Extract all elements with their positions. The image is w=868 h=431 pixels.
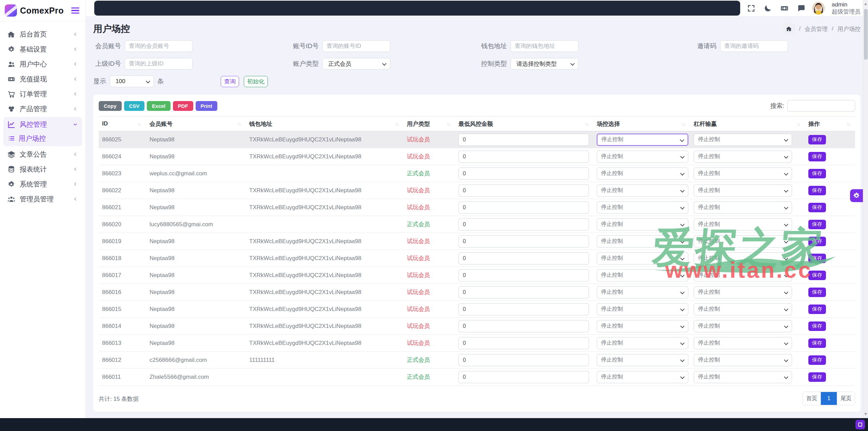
save-button[interactable]: 保存 (808, 135, 826, 144)
column-header-0[interactable]: ID↑↓ (99, 120, 146, 127)
sidebar-item-8[interactable]: 报表统计 (3, 162, 82, 177)
min-risk-amount-input[interactable] (458, 354, 589, 366)
sidebar-item-9[interactable]: 系统管理 (3, 177, 82, 192)
control-select[interactable]: 停止控制 (597, 354, 688, 366)
save-button[interactable]: 保存 (808, 186, 826, 195)
control-select[interactable]: 停止控制 (597, 134, 688, 146)
fullscreen-icon[interactable] (747, 4, 755, 13)
dark-mode-moon-icon[interactable] (764, 4, 772, 13)
hamburger-menu-icon[interactable] (71, 7, 79, 14)
search-input[interactable] (787, 100, 855, 112)
breadcrumb-item-member-mgmt[interactable]: 会员管理 (805, 25, 828, 33)
chat-icon[interactable] (797, 4, 805, 13)
reset-button[interactable]: 初始化 (244, 76, 268, 87)
save-button[interactable]: 保存 (808, 203, 826, 212)
display-count-select[interactable]: 100 (110, 76, 154, 87)
control-select[interactable]: 停止控制 (597, 252, 688, 265)
leverage-select[interactable]: 停止控制 (694, 371, 792, 383)
sort-icon[interactable]: ↑↓ (447, 121, 450, 126)
brand-logo[interactable]: ComexPro (5, 4, 64, 17)
settings-gear-button[interactable] (850, 189, 863, 202)
leverage-select[interactable]: 停止控制 (694, 151, 792, 163)
control-select[interactable]: 停止控制 (597, 337, 688, 349)
save-button[interactable]: 保存 (808, 220, 826, 229)
control-select[interactable]: 停止控制 (597, 151, 688, 163)
account-type-select[interactable]: 正式会员 (322, 58, 390, 70)
sidebar-subitem-0[interactable]: 用户场控 (3, 132, 82, 146)
control-select[interactable]: 停止控制 (597, 286, 688, 298)
leverage-select[interactable]: 停止控制 (694, 303, 792, 315)
export-csv-button[interactable]: CSV (124, 101, 145, 111)
control-select[interactable]: 停止控制 (597, 218, 688, 231)
column-header-7[interactable]: 操作↑↓ (805, 120, 855, 128)
min-risk-amount-input[interactable] (458, 235, 589, 248)
page-button-2[interactable]: 尾页 (837, 392, 855, 405)
leverage-select[interactable]: 停止控制 (694, 354, 792, 366)
min-risk-amount-input[interactable] (458, 303, 589, 315)
scrollbar-up-arrow[interactable] (864, 3, 867, 5)
column-header-3[interactable]: 用户类型↑↓ (403, 120, 455, 128)
min-risk-amount-input[interactable] (458, 371, 589, 383)
min-risk-amount-input[interactable] (458, 168, 589, 180)
sort-icon[interactable]: ↑↓ (237, 121, 240, 126)
save-button[interactable]: 保存 (808, 338, 826, 348)
column-header-6[interactable]: 杠杆输赢↑↓ (690, 120, 805, 128)
leverage-select[interactable]: 停止控制 (694, 184, 792, 197)
sort-icon[interactable]: ↑↓ (682, 121, 685, 126)
column-header-2[interactable]: 钱包地址↑↓ (246, 120, 403, 128)
admin-info[interactable]: admin 超级管理员 (832, 1, 861, 16)
sidebar-item-6[interactable]: 风控管理 (3, 117, 82, 132)
save-button[interactable]: 保存 (808, 271, 826, 280)
min-risk-amount-input[interactable] (458, 151, 589, 163)
sidebar-item-1[interactable]: 基础设置 (3, 42, 82, 57)
leverage-select[interactable]: 停止控制 (694, 320, 792, 332)
save-button[interactable]: 保存 (808, 237, 826, 246)
scrollbar-thumb[interactable] (864, 9, 868, 60)
save-button[interactable]: 保存 (808, 152, 826, 161)
wallet-address-input[interactable] (511, 40, 578, 52)
leverage-select[interactable]: 停止控制 (694, 252, 792, 265)
min-risk-amount-input[interactable] (458, 286, 589, 298)
save-button[interactable]: 保存 (808, 372, 826, 382)
min-risk-amount-input[interactable] (458, 337, 589, 349)
member-account-input[interactable] (125, 40, 193, 52)
control-select[interactable]: 停止控制 (597, 201, 688, 214)
export-pdf-button[interactable]: PDF (173, 101, 193, 111)
control-select[interactable]: 停止控制 (597, 269, 688, 281)
sort-icon[interactable]: ↑↓ (796, 121, 800, 126)
control-select[interactable]: 停止控制 (597, 320, 688, 332)
control-select[interactable]: 停止控制 (597, 235, 688, 248)
account-id-input[interactable] (322, 40, 390, 52)
column-header-1[interactable]: 会员账号↑↓ (146, 120, 246, 128)
sort-icon[interactable]: ↑↓ (847, 121, 850, 126)
leverage-select[interactable]: 停止控制 (694, 337, 792, 349)
control-select[interactable]: 停止控制 (597, 371, 688, 383)
min-risk-amount-input[interactable] (458, 134, 589, 146)
min-risk-amount-input[interactable] (458, 252, 589, 265)
min-risk-amount-input[interactable] (458, 320, 589, 332)
min-risk-amount-input[interactable] (458, 184, 589, 197)
save-button[interactable]: 保存 (808, 288, 826, 297)
leverage-select[interactable]: 停止控制 (694, 269, 792, 281)
control-select[interactable]: 停止控制 (597, 184, 688, 197)
control-select[interactable]: 停止控制 (597, 168, 688, 180)
sidebar-item-3[interactable]: 充值提现 (3, 72, 82, 86)
vertical-scrollbar[interactable] (863, 0, 868, 418)
min-risk-amount-input[interactable] (458, 201, 589, 214)
home-icon[interactable] (783, 23, 795, 34)
sort-icon[interactable]: ↑↓ (585, 121, 588, 126)
sort-icon[interactable]: ↑↓ (395, 121, 398, 126)
cash-icon[interactable] (780, 4, 789, 13)
export-copy-button[interactable]: Copy (99, 101, 122, 111)
control-type-select[interactable]: 请选择控制类型 (511, 58, 578, 70)
leverage-select[interactable]: 停止控制 (694, 218, 792, 231)
page-button-0[interactable]: 首页 (803, 392, 821, 405)
export-print-button[interactable]: Print (196, 101, 217, 111)
column-header-4[interactable]: 最低风控金额↑↓ (455, 120, 593, 128)
min-risk-amount-input[interactable] (458, 269, 589, 281)
export-excel-button[interactable]: Excel (147, 101, 170, 111)
save-button[interactable]: 保存 (808, 254, 826, 263)
leverage-select[interactable]: 停止控制 (694, 168, 792, 180)
leverage-select[interactable]: 停止控制 (694, 235, 792, 248)
min-risk-amount-input[interactable] (458, 218, 589, 231)
